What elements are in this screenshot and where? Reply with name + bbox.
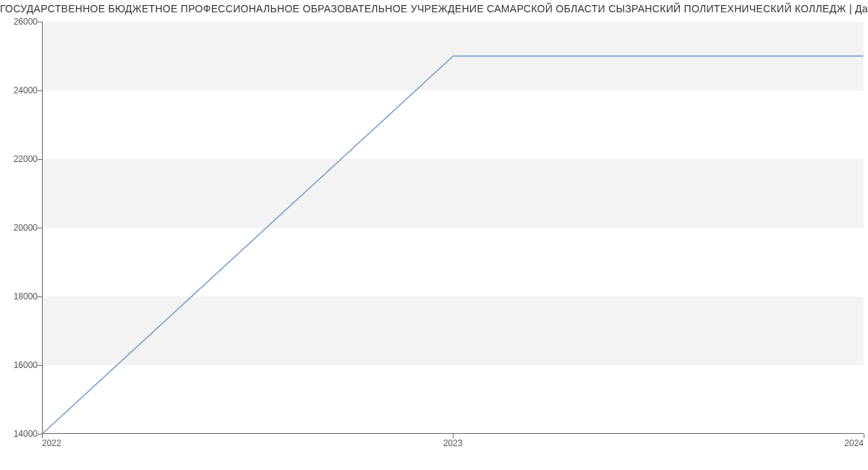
plot-area xyxy=(42,22,864,434)
y-tick-label: 20000 xyxy=(1,223,38,233)
y-tick-label: 22000 xyxy=(1,154,38,164)
y-tick-mark xyxy=(38,296,42,297)
x-tick-mark xyxy=(453,434,454,438)
x-tick-label: 2024 xyxy=(844,438,864,448)
y-tick-label: 24000 xyxy=(1,85,38,95)
y-tick-label: 18000 xyxy=(1,291,38,302)
line-layer xyxy=(43,22,864,433)
chart-container: ГОСУДАРСТВЕННОЕ БЮДЖЕТНОЕ ПРОФЕССИОНАЛЬН… xyxy=(0,0,868,470)
y-tick-mark xyxy=(38,22,42,22)
y-tick-mark xyxy=(38,228,42,228)
x-tick-label: 2022 xyxy=(42,438,61,448)
y-tick-label: 16000 xyxy=(1,360,38,370)
x-tick-label: 2023 xyxy=(443,438,463,448)
y-tick-mark xyxy=(38,90,42,91)
chart-title: ГОСУДАРСТВЕННОЕ БЮДЖЕТНОЕ ПРОФЕССИОНАЛЬН… xyxy=(0,3,868,14)
data-line xyxy=(43,56,863,433)
x-tick-mark xyxy=(42,434,43,438)
y-tick-mark xyxy=(38,365,42,366)
y-tick-label: 14000 xyxy=(1,429,38,439)
x-tick-mark xyxy=(864,434,864,438)
y-tick-label: 26000 xyxy=(1,17,38,27)
y-tick-mark xyxy=(38,159,42,160)
